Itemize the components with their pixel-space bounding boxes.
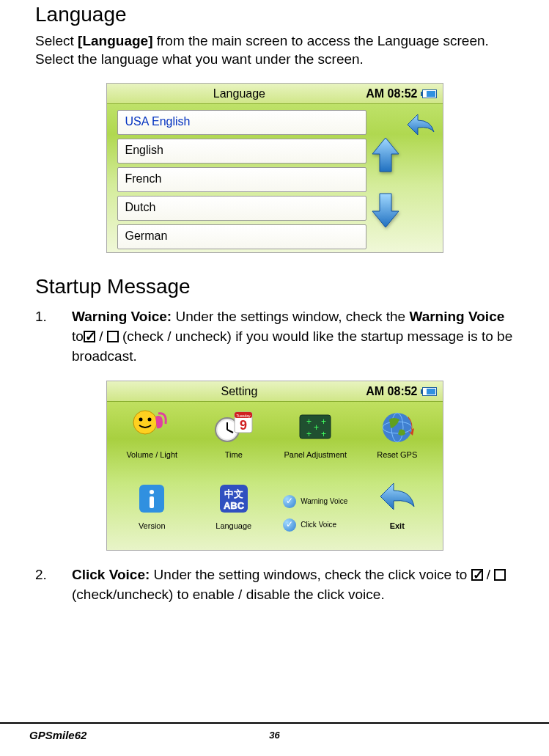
svg-text:+: + — [306, 416, 312, 427]
language-item-french[interactable]: French — [117, 167, 366, 192]
label: Warning Voice — [301, 497, 347, 505]
reset-gps-button[interactable]: Reset GPS — [358, 406, 437, 477]
screen-title: Language — [113, 87, 366, 100]
checkbox-checked-icon — [84, 331, 95, 342]
svg-text:ABC: ABC — [224, 500, 245, 511]
svg-text:+: + — [314, 422, 319, 433]
label: Time — [225, 450, 243, 459]
text: (check/uncheck) to enable / disable the … — [72, 587, 385, 602]
language-button[interactable]: 中文 ABC Language — [194, 477, 273, 548]
warning-voice-bold: Warning Voice — [409, 309, 504, 324]
svg-rect-22 — [150, 496, 154, 508]
text: / — [483, 567, 495, 582]
exit-icon — [376, 477, 419, 520]
text: Under the settings window, check the — [172, 309, 409, 324]
time-button[interactable]: Tuesday 9 Time — [194, 406, 273, 477]
svg-point-0 — [133, 411, 157, 434]
checkbox-unchecked-icon — [107, 331, 119, 342]
list-number: 2. — [35, 565, 72, 604]
volume-light-button[interactable]: Volume / Light — [113, 406, 192, 477]
battery-icon — [422, 89, 437, 98]
svg-text:+: + — [306, 429, 312, 439]
arrow-up-icon — [371, 136, 400, 175]
svg-text:中文: 中文 — [224, 488, 243, 499]
voice-toggles: ✓ Warning Voice ✓ Click Voice — [276, 477, 355, 548]
version-icon — [130, 477, 173, 520]
battery-icon — [422, 387, 437, 396]
svg-point-2 — [148, 418, 152, 422]
check-icon: ✓ — [283, 495, 296, 508]
click-voice-label: Click Voice: — [72, 567, 150, 582]
arrow-down-icon — [371, 191, 400, 229]
clock: AM 08:52 — [366, 385, 417, 398]
scroll-down-button[interactable] — [369, 189, 402, 230]
list-body: Click Voice: Under the setting windows, … — [72, 565, 520, 604]
label: Version — [139, 521, 166, 530]
click-voice-toggle[interactable]: ✓ Click Voice — [283, 518, 347, 532]
time-icon: Tuesday 9 — [213, 406, 255, 449]
language-body: Select [Language] from the main screen t… — [35, 32, 520, 68]
screen-title: Setting — [113, 385, 366, 398]
panel-adjustment-icon: + + + + + — [294, 406, 336, 449]
panel-adjustment-button[interactable]: + + + + + Panel Adjustment — [276, 406, 355, 477]
section-title-startup: Startup Message — [35, 275, 520, 298]
back-button[interactable] — [405, 110, 437, 141]
svg-point-1 — [139, 418, 143, 422]
clock: AM 08:52 — [366, 87, 417, 100]
footer-rule — [0, 722, 549, 724]
label: Volume / Light — [126, 450, 177, 459]
svg-text:+: + — [321, 416, 326, 427]
checkbox-checked-icon — [471, 569, 483, 581]
label: Click Voice — [301, 521, 336, 529]
status-bar: Language AM 08:52 — [107, 84, 443, 104]
label: Reset GPS — [377, 450, 417, 459]
text: Under the setting windows, check the cli… — [150, 567, 471, 582]
settings-body: Volume / Light Tuesday 9 Time — [107, 402, 443, 550]
reset-gps-icon — [376, 406, 419, 449]
language-item-english[interactable]: English — [117, 139, 366, 164]
language-bold: [Language] — [78, 33, 152, 48]
language-item-dutch[interactable]: Dutch — [117, 196, 366, 221]
volume-light-icon — [130, 406, 173, 449]
back-arrow-icon — [405, 110, 437, 141]
language-icon: 中文 ABC — [213, 477, 255, 520]
status-bar: Setting AM 08:52 — [107, 381, 443, 402]
list-body: Warning Voice: Under the settings window… — [72, 307, 520, 366]
label: Exit — [390, 521, 405, 530]
text: Select — [35, 33, 78, 48]
text: (check / uncheck) if you would like the … — [72, 329, 512, 364]
language-item-german[interactable]: German — [117, 224, 366, 249]
list-item-1: 1. Warning Voice: Under the settings win… — [35, 307, 520, 366]
footer-page: 36 — [269, 730, 279, 741]
footer: GPSmile62 36 — [0, 729, 549, 741]
version-button[interactable]: Version — [113, 477, 192, 548]
exit-button[interactable]: Exit — [358, 477, 437, 548]
setting-screenshot: Setting AM 08:52 Volume / Light — [106, 381, 443, 551]
label: Panel Adjustment — [284, 450, 347, 459]
svg-text:9: 9 — [240, 418, 247, 433]
language-list: USA English English French Dutch German — [117, 110, 366, 253]
warning-voice-toggle[interactable]: ✓ Warning Voice — [283, 495, 347, 508]
label: Language — [215, 521, 251, 530]
svg-text:+: + — [321, 429, 326, 439]
section-title-language: Language — [35, 3, 520, 26]
list-item-2: 2. Click Voice: Under the setting window… — [35, 565, 520, 604]
svg-point-17 — [383, 413, 412, 442]
footer-model: GPSmile62 — [29, 729, 86, 741]
text: to — [72, 329, 84, 344]
check-icon: ✓ — [283, 518, 296, 532]
language-item-usa-english[interactable]: USA English — [117, 110, 366, 135]
svg-point-21 — [150, 490, 154, 494]
language-screenshot: Language AM 08:52 USA English English Fr… — [106, 83, 443, 253]
list-number: 1. — [35, 307, 72, 366]
checkbox-unchecked-icon — [494, 569, 506, 581]
warning-voice-label: Warning Voice: — [72, 309, 172, 324]
scroll-up-button[interactable] — [369, 135, 402, 176]
settings-grid: Volume / Light Tuesday 9 Time — [107, 402, 443, 550]
text: / — [95, 329, 107, 344]
